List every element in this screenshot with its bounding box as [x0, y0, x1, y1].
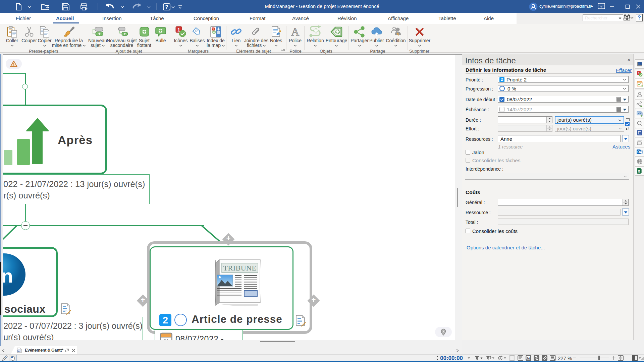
svg-text:A: A: [291, 25, 300, 38]
svg-text:X: X: [638, 169, 640, 173]
svg-text:in: in: [3, 265, 13, 287]
svg-text:1: 1: [212, 27, 214, 31]
svg-text:24: 24: [527, 357, 530, 359]
svg-text:TRIBUNE: TRIBUNE: [223, 264, 257, 272]
svg-text:O: O: [637, 150, 640, 154]
